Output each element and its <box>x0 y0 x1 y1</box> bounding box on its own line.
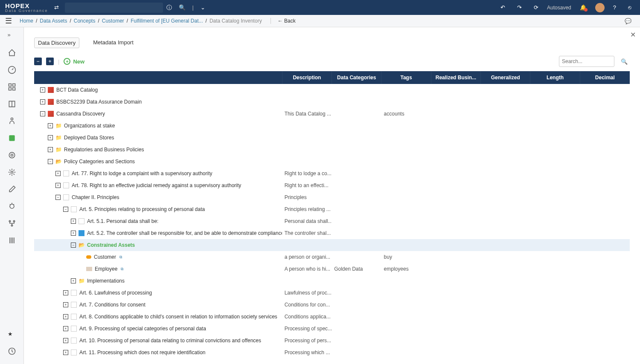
notification-icon[interactable]: 🔔 <box>580 4 587 11</box>
book-icon[interactable] <box>8 100 16 108</box>
clock-icon[interactable] <box>8 347 16 355</box>
table-row[interactable]: +Art. 7. Conditions for consentCondition… <box>34 299 630 311</box>
gear-icon[interactable] <box>8 168 16 176</box>
col-tags[interactable]: Tags <box>381 71 431 84</box>
table-row[interactable]: −Chapter II. PrinciplesPrinciples <box>34 191 630 203</box>
breadcrumb-home[interactable]: Home <box>20 18 33 24</box>
expand-icon[interactable]: + <box>63 326 68 331</box>
table-row[interactable]: +📁Deployed Data Stores <box>34 132 630 144</box>
table-row[interactable]: Employee⧉A person who is hi...Golden Dat… <box>34 263 630 275</box>
breadcrumb-concepts[interactable]: Concepts <box>74 18 96 24</box>
table-row[interactable]: +📁Implementations <box>34 275 630 287</box>
grid-icon[interactable] <box>8 83 16 91</box>
col-realized-business[interactable]: Realized Busin... <box>431 71 481 84</box>
global-search-input[interactable] <box>65 3 163 13</box>
col-data-categories[interactable]: Data Categories <box>332 71 381 84</box>
data-icon[interactable] <box>8 134 16 142</box>
expand-sidebar-icon[interactable]: » <box>8 32 16 40</box>
table-row[interactable]: −Art. 5. Principles relating to processi… <box>34 203 630 215</box>
table-row[interactable]: +Art. 10. Processing of personal data re… <box>34 335 630 347</box>
breadcrumb-customer[interactable]: Customer <box>102 18 124 24</box>
expand-icon[interactable]: − <box>71 243 76 248</box>
process-icon[interactable] <box>8 151 16 159</box>
table-row[interactable]: +Art. 8. Conditions applicable to child'… <box>34 311 630 323</box>
expand-icon[interactable]: + <box>55 171 61 176</box>
expand-icon[interactable]: − <box>55 195 61 200</box>
table-row[interactable]: +Art. 9. Processing of special categorie… <box>34 323 630 335</box>
breadcrumb-data-assets[interactable]: Data Assets <box>40 18 67 24</box>
cell-desc: Processing of pers... <box>282 338 332 344</box>
expand-icon[interactable]: + <box>40 87 45 92</box>
hamburger-icon[interactable]: ☰ <box>5 16 12 26</box>
help-icon[interactable]: ? <box>613 4 616 11</box>
col-generalized[interactable]: Generalized <box>481 71 530 84</box>
swap-icon[interactable]: ⇄ <box>54 4 59 11</box>
table-row[interactable]: +Art. 78. Right to an effective judicial… <box>34 179 630 191</box>
expand-icon[interactable]: + <box>63 338 68 343</box>
star-icon[interactable]: ★ <box>8 331 16 339</box>
table-row[interactable]: +BSBCS2239 Data Assurance Domain <box>34 96 630 108</box>
avatar[interactable] <box>595 3 605 12</box>
table-row[interactable]: +Art. 77. Right to lodge a complaint wit… <box>34 168 630 179</box>
new-button[interactable]: + New <box>64 58 84 65</box>
redo-icon[interactable]: ↷ <box>517 4 522 11</box>
comment-icon[interactable]: 💬 <box>625 18 631 24</box>
expand-icon[interactable]: − <box>40 111 45 116</box>
expand-icon[interactable]: + <box>48 147 53 152</box>
tab-data-discovery[interactable]: Data Discovery <box>34 38 79 48</box>
dashboard-icon[interactable] <box>8 66 16 74</box>
dropdown-icon[interactable]: ⌄ <box>201 4 205 11</box>
search-icon[interactable]: 🔍 <box>619 56 630 67</box>
expand-icon[interactable]: − <box>63 207 68 212</box>
table-row[interactable]: +Art. 5.1. Personal data shall be:Person… <box>34 215 630 227</box>
search-icon[interactable]: 🔍 <box>179 4 186 11</box>
expand-icon[interactable]: + <box>55 183 61 188</box>
table-row[interactable]: +BCT Data Catalog <box>34 84 630 96</box>
close-icon[interactable]: ✕ <box>630 31 636 39</box>
col-decimal[interactable]: Decimal <box>580 71 630 84</box>
expand-icon[interactable]: + <box>71 231 76 236</box>
grid-search-input[interactable] <box>559 56 614 67</box>
tab-metadata-import[interactable]: Metadata Import <box>90 38 137 48</box>
folder-icon: 📁 <box>55 147 61 153</box>
breadcrumb-fulfillment[interactable]: Fulfillment of [EU General Dat... <box>131 18 203 24</box>
info-icon[interactable]: ⓘ <box>166 4 172 12</box>
back-button[interactable]: ← Back <box>271 18 296 24</box>
expand-icon[interactable]: + <box>63 302 68 307</box>
table-row[interactable]: +📁Organizations at stake <box>34 120 630 132</box>
expand-icon[interactable]: + <box>48 123 53 128</box>
table-row[interactable]: Customer⧉a person or organi...buy <box>34 251 630 263</box>
col-description[interactable]: Description <box>282 71 332 84</box>
network-icon[interactable] <box>8 219 16 228</box>
expand-icon[interactable]: + <box>48 135 53 140</box>
table-row[interactable]: +Art. 11. Processing which does not requ… <box>34 347 630 358</box>
expand-icon[interactable]: + <box>71 278 76 283</box>
collapse-all-button[interactable]: − <box>34 58 42 65</box>
expand-icon[interactable]: + <box>40 99 45 104</box>
home-icon[interactable] <box>8 49 16 57</box>
col-name[interactable] <box>34 71 282 84</box>
expand-icon[interactable]: + <box>63 290 68 295</box>
expand-icon[interactable]: + <box>63 350 68 355</box>
refresh-icon[interactable]: ⟳ <box>534 4 538 11</box>
expand-all-button[interactable]: + <box>46 58 54 65</box>
main-content: ✕ Data Discovery Metadata Import − + | +… <box>24 27 640 364</box>
table-row[interactable]: −📂Constrained Assets <box>34 239 630 251</box>
col-length[interactable]: Length <box>530 71 580 84</box>
table-row[interactable]: +Art. 5.2. The controller shall be respo… <box>34 227 630 239</box>
table-row[interactable]: +Art. 6. Lawfulness of processingLawfuln… <box>34 287 630 299</box>
table-row[interactable]: −Cassandra DiscoveryThis Data Catalog ..… <box>34 108 630 120</box>
logout-icon[interactable]: ⎋ <box>628 4 631 11</box>
table-row[interactable]: +📁Regulatories and Business Policies <box>34 144 630 156</box>
org-icon[interactable] <box>8 117 16 125</box>
undo-icon[interactable]: ↶ <box>500 4 505 11</box>
bug-icon[interactable] <box>8 202 16 211</box>
expand-icon[interactable]: − <box>48 159 53 164</box>
table-row[interactable]: −📂Policy Categories and Sections <box>34 156 630 168</box>
catalog-icon <box>48 99 54 105</box>
expand-icon[interactable]: + <box>71 219 76 224</box>
edit-icon[interactable] <box>8 185 16 194</box>
expand-icon[interactable]: + <box>63 314 68 319</box>
row-label: Chapter II. Principles <box>72 194 119 200</box>
library-icon[interactable] <box>8 236 16 245</box>
